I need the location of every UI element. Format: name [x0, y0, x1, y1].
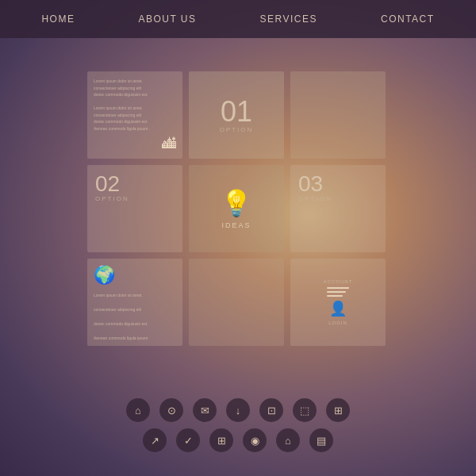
grid-cell-1[interactable]: Lorem ipsum dolor sit amet,consectetuer … [87, 71, 182, 159]
navbar: HOME ABOUT US SERVICES CONTACT [0, 0, 476, 38]
icon-cart[interactable]: ⊞ [326, 398, 350, 422]
grid-cell-ideas[interactable]: 💡 IDEAS [189, 165, 284, 252]
grid-cell-8[interactable] [189, 259, 284, 346]
icon-mail[interactable]: ✉ [193, 398, 217, 422]
icon-home2[interactable]: ⌂ [276, 428, 300, 452]
option-label-2: OPTION [95, 195, 129, 202]
city-icon: 🏙 [162, 136, 176, 152]
nav-contact[interactable]: CONTACT [381, 13, 435, 25]
nav-services[interactable]: SERVICES [260, 13, 317, 25]
icon-download[interactable]: ↓ [226, 398, 250, 422]
person-icon: 👤 [329, 300, 347, 317]
icon-grid[interactable]: ⊞ [209, 428, 233, 452]
ideas-label: IDEAS [221, 221, 251, 229]
bars-icon [327, 287, 349, 297]
grid-cell-9[interactable]: ACCOUNT 👤 LOGIN [290, 259, 386, 346]
icon-row-2: ↗ ✓ ⊞ ◉ ⌂ ▤ [143, 428, 333, 452]
option-number-1: 01 [221, 98, 252, 126]
icon-pin[interactable]: ◉ [243, 428, 267, 452]
nav-about[interactable]: ABOUT US [138, 13, 196, 25]
icon-save[interactable]: ▤ [309, 428, 333, 452]
nav-home[interactable]: HOME [41, 13, 75, 25]
main-grid: Lorem ipsum dolor sit amet,consectetuer … [87, 71, 389, 346]
icon-chat[interactable]: ⊡ [259, 398, 283, 422]
icon-share[interactable]: ↗ [143, 428, 167, 452]
icon-search[interactable]: ⊙ [159, 398, 183, 422]
icon-box[interactable]: ⬚ [293, 398, 317, 422]
icon-home[interactable]: ⌂ [126, 398, 150, 422]
option-label-3: OPTION [298, 195, 332, 202]
grid-cell-4[interactable]: 02 OPTION [87, 165, 182, 252]
option-label-1: OPTION [220, 126, 254, 133]
cell1-text: Lorem ipsum dolor sit amet,consectetuer … [94, 78, 149, 132]
icon-row-1: ⌂ ⊙ ✉ ↓ ⊡ ⬚ ⊞ [126, 398, 350, 422]
grid-cell-2[interactable]: 01 OPTION [189, 71, 284, 159]
globe-icon: 🌍 [94, 265, 115, 286]
icon-check[interactable]: ✓ [176, 428, 200, 452]
icon-bar: ⌂ ⊙ ✉ ↓ ⊡ ⬚ ⊞ ↗ ✓ ⊞ ◉ ⌂ ▤ [0, 398, 476, 452]
login-label: LOGIN [328, 321, 347, 325]
cell7-text: Lorem ipsum dolor sit amet,consectetuer … [94, 286, 149, 343]
account-label: ACCOUNT [324, 279, 353, 284]
grid-cell-6[interactable]: 03 OPTION [290, 165, 386, 252]
grid-cell-7[interactable]: 🌍 Lorem ipsum dolor sit amet,consectetue… [87, 259, 182, 346]
grid-cell-3[interactable] [290, 71, 386, 159]
option-number-2: 02 [95, 173, 120, 195]
lightbulb-icon: 💡 [221, 188, 252, 218]
option-number-3: 03 [298, 173, 323, 195]
